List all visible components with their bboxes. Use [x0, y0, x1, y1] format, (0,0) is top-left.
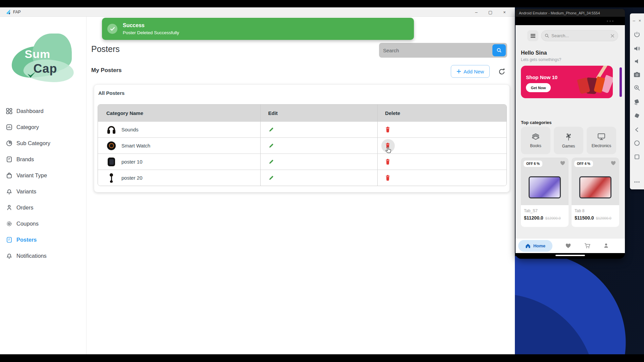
volume-up-button[interactable]: [633, 45, 641, 52]
edit-button[interactable]: [268, 175, 274, 181]
top-categories-row: Books Games Electronics: [521, 127, 616, 154]
delete-button[interactable]: [385, 175, 390, 181]
document-icon: [5, 156, 13, 163]
poster-file-icon: [5, 236, 13, 243]
bell-icon: [5, 188, 13, 195]
nav-home-button[interactable]: Home: [518, 240, 552, 252]
emulator-toolbar: – ×: [630, 13, 644, 189]
category-card-electronics[interactable]: Electronics: [587, 127, 616, 154]
category-card-games[interactable]: Games: [554, 127, 583, 154]
camera-dot: [607, 20, 608, 22]
delete-button[interactable]: [385, 126, 390, 133]
sidebar-item-posters[interactable]: Posters: [0, 232, 86, 248]
sidebar-item-dashboard[interactable]: Dashboard: [0, 103, 86, 119]
add-new-button[interactable]: Add New: [451, 65, 490, 78]
category-card-books[interactable]: Books: [521, 127, 550, 154]
rotate-right-button[interactable]: [633, 112, 641, 119]
promo-banner[interactable]: Shop Now 10 Get Now: [521, 66, 613, 98]
nav-profile-button[interactable]: [603, 243, 609, 249]
sidebar-item-label: Brands: [16, 156, 34, 163]
sidebar-item-orders[interactable]: Orders: [0, 199, 86, 216]
product-price: $11500.0: [575, 215, 594, 221]
microphone-thumb: [106, 173, 116, 183]
product-name: Tab 8: [575, 208, 584, 213]
sidebar-item-brands[interactable]: Brands: [0, 151, 86, 167]
edit-pencil-icon: [268, 143, 274, 148]
back-button[interactable]: [633, 126, 641, 133]
search-button[interactable]: [492, 44, 506, 56]
product-name: Tab_S7: [524, 208, 538, 213]
android-emulator-window: Android Emulator - Medium_Phone_API_34:5…: [516, 9, 625, 259]
phone-top-bezel: [516, 17, 625, 25]
sidebar-item-sub-category[interactable]: Sub Category: [0, 135, 86, 151]
books-icon: [531, 133, 540, 140]
rotate-left-button[interactable]: [633, 98, 641, 105]
nav-favorites-button[interactable]: [565, 243, 571, 249]
edit-button[interactable]: [268, 159, 274, 165]
emulator-titlebar[interactable]: Android Emulator - Medium_Phone_API_34:5…: [516, 9, 625, 17]
edit-button[interactable]: [268, 143, 274, 148]
nav-cart-button[interactable]: [584, 243, 591, 250]
more-options-button[interactable]: [633, 178, 641, 186]
page-title: Posters: [91, 44, 120, 54]
home-circle-button[interactable]: [633, 139, 641, 147]
delete-button[interactable]: [385, 159, 390, 165]
search-icon: [545, 34, 549, 38]
menu-hamburger-button[interactable]: [527, 30, 538, 41]
shopping-bag-icon: [5, 172, 13, 179]
emulator-minimize-button[interactable]: –: [633, 18, 635, 23]
zoom-button[interactable]: [633, 84, 641, 92]
poster-name: poster 10: [121, 159, 143, 165]
product-old-price: $12000.0: [596, 216, 611, 220]
product-card-tab-8[interactable]: OFF 4 % Tab 8 $11500.0 $12000.0: [572, 158, 619, 227]
category-label: Electronics: [592, 143, 611, 148]
product-image-area: OFF 4 %: [572, 158, 619, 205]
table-row: poster 20: [98, 170, 506, 186]
coupon-icon: [5, 220, 13, 227]
close-button[interactable]: ×: [497, 7, 512, 17]
favorite-heart-icon[interactable]: [560, 161, 566, 167]
phone-screen: Hello Sina Lets gets somethings? Shop No…: [516, 25, 625, 253]
sidebar-item-coupons[interactable]: Coupons: [0, 216, 86, 232]
square-watch-thumb: [106, 157, 116, 167]
get-now-button[interactable]: Get Now: [526, 83, 551, 92]
volume-down-button[interactable]: [633, 58, 641, 65]
overview-square-button[interactable]: [633, 153, 641, 161]
sidebar-item-label: Orders: [16, 204, 33, 211]
table-row: Smart Watch: [98, 137, 506, 154]
plus-icon: [457, 69, 461, 74]
pinwheel-icon: [565, 133, 572, 141]
navigation-handle[interactable]: [555, 255, 585, 256]
pie-chart-icon: [5, 139, 13, 147]
edit-pencil-icon: [268, 159, 274, 165]
section-title: My Posters: [91, 67, 122, 74]
greeting-subtext: Lets gets somethings?: [521, 57, 561, 62]
headphones-thumb: [106, 125, 116, 135]
category-label: Games: [562, 144, 575, 148]
discount-badge: OFF 4 %: [574, 161, 593, 167]
screenshot-camera-button[interactable]: [633, 71, 641, 78]
trash-icon: [385, 175, 390, 181]
poster-name: poster 20: [121, 175, 143, 181]
sidebar-item-notifications[interactable]: Notifications: [0, 248, 86, 264]
product-card-tab-s7[interactable]: OFF 6 % Tab_S7 $11200.0 $12000.0: [521, 158, 569, 227]
minimize-button[interactable]: –: [469, 7, 483, 17]
refresh-button[interactable]: [497, 67, 506, 76]
sidebar-item-label: Variant Type: [16, 172, 47, 179]
maximize-button[interactable]: ▢: [483, 7, 497, 17]
power-button[interactable]: [633, 31, 641, 38]
camera-dot: [609, 20, 611, 22]
bell-icon: [5, 252, 13, 259]
window-controls: – ▢ ×: [469, 7, 512, 17]
sidebar-item-variant-type[interactable]: Variant Type: [0, 167, 86, 183]
edit-button[interactable]: [268, 127, 274, 132]
clear-search-icon[interactable]: [610, 34, 614, 38]
emulator-close-button[interactable]: ×: [639, 18, 641, 23]
add-new-label: Add New: [464, 69, 484, 74]
favorite-heart-icon[interactable]: [610, 161, 616, 167]
phone-search-input[interactable]: [551, 33, 610, 38]
sidebar-item-category[interactable]: Category: [0, 119, 86, 135]
success-toast: Success Poster Deleted Successfully: [102, 18, 414, 40]
search-input[interactable]: [379, 43, 492, 58]
sidebar-item-variants[interactable]: Variants: [0, 183, 86, 199]
